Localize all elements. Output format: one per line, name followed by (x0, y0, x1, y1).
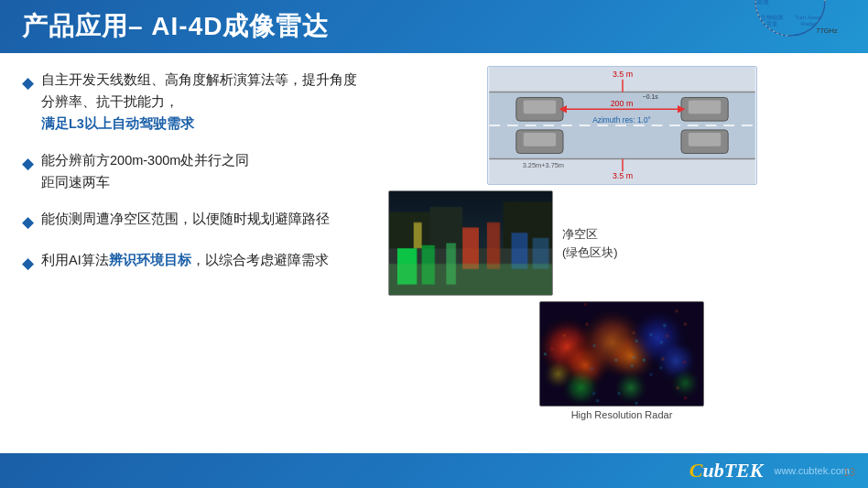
clearance-label: 净空区 (绿色区块) (562, 225, 618, 261)
radar-heatmap-image (539, 301, 704, 407)
svg-text:3.5 m: 3.5 m (612, 70, 632, 79)
radar-canvas (540, 302, 703, 406)
svg-text:生物偵測: 生物偵測 (761, 15, 783, 20)
street-clearance-row: 净空区 (绿色区块) (388, 190, 855, 296)
bullet-item-3: ◆ 能侦测周遭净空区范围，以便随时规划避障路径 (22, 209, 370, 235)
svg-text:3.25m+3.75m: 3.25m+3.75m (522, 161, 563, 169)
svg-rect-30 (523, 100, 555, 114)
website-text: www.cubtek.com (774, 465, 850, 476)
bullet-item-2: ◆ 能分辨前方200m-300m处并行之同距同速两车 (22, 150, 370, 194)
bottom-bar: CubTEK www.cubtek.com (0, 453, 868, 488)
street-canvas (389, 191, 552, 295)
svg-text:雷達: 雷達 (766, 21, 777, 27)
bullet-diamond-1: ◆ (22, 70, 34, 96)
bullet-diamond-4: ◆ (22, 251, 34, 277)
bullet-text-3: 能侦测周遭净空区范围，以便随时规划避障路径 (41, 209, 330, 231)
svg-text:雷達: 雷達 (756, 0, 769, 5)
svg-rect-36 (688, 133, 720, 146)
left-column: ◆ 自主开发天线数组、高角度解析演算法等，提升角度分辨率、抗干扰能力， 满足L3… (0, 62, 385, 453)
svg-text:Turn Assist: Turn Assist (795, 15, 822, 20)
bullet-text-4: 利用AI算法辨识环境目标，以综合考虑避障需求 (41, 250, 329, 272)
bullet-item-4: ◆ 利用AI算法辨识环境目标，以综合考虑避障需求 (22, 250, 370, 277)
bullet-bold-1: 满足L3以上自动驾驶需求 (41, 116, 194, 131)
svg-text:~0.1s: ~0.1s (642, 93, 658, 100)
bullet-item-1: ◆ 自主开发天线数组、高角度解析演算法等，提升角度分辨率、抗干扰能力， 满足L3… (22, 70, 370, 136)
svg-text:77GHz: 77GHz (816, 27, 838, 35)
clearance-line1: 净空区 (562, 227, 598, 241)
slide: 产品应用– AI-4D成像雷达 77GHz MRR SRR 77GHz 高模率7… (0, 0, 868, 488)
bottom-logo: CubTEK www.cubtek.com (689, 459, 850, 483)
bullet-text-2: 能分辨前方200m-300m处并行之同距同速两车 (41, 150, 249, 194)
bullet-diamond-3: ◆ (22, 210, 34, 235)
bullet-diamond-2: ◆ (22, 151, 34, 177)
bullet-bold-4: 辨识环境目标 (109, 253, 191, 267)
car-diagram-image: 3.5 m 3.5 m (487, 66, 757, 185)
logo-c: C (689, 459, 703, 482)
bullet-text-1: 自主开发天线数组、高角度解析演算法等，提升角度分辨率、抗干扰能力， 满足L3以上… (41, 70, 370, 136)
svg-text:3.5 m: 3.5 m (612, 171, 632, 180)
svg-text:Azimuth res: 1.0°: Azimuth res: 1.0° (592, 115, 651, 125)
radar-diagram-svg: 77GHz MRR SRR 77GHz 高模率79GHz 79GHz (開發中)… (699, 0, 859, 51)
svg-text:200 m: 200 m (610, 99, 633, 108)
radar-product-diagram: 77GHz MRR SRR 77GHz 高模率79GHz 79GHz (開發中)… (699, 0, 859, 51)
main-content: ◆ 自主开发天线数组、高角度解析演算法等，提升角度分辨率、抗干扰能力， 满足L3… (0, 53, 868, 453)
car-diagram-svg: 3.5 m 3.5 m (488, 67, 756, 184)
logo-rest: ubTEK (702, 459, 763, 482)
clearance-label-container: 净空区 (绿色区块) (562, 225, 618, 261)
high-res-radar-label: High Resolution Radar (571, 409, 673, 420)
right-column: 3.5 m 3.5 m (385, 62, 868, 453)
svg-rect-32 (523, 133, 555, 146)
page-number: 13 (843, 466, 855, 479)
svg-rect-34 (688, 100, 720, 114)
street-view-image (388, 190, 553, 296)
radar-heatmap-row: High Resolution Radar (388, 301, 855, 420)
radar-image-container: High Resolution Radar (539, 301, 704, 420)
cubtek-logo-bottom: CubTEK (689, 459, 764, 483)
clearance-line2: (绿色区块) (562, 245, 618, 259)
slide-title: 产品应用– AI-4D成像雷达 (22, 9, 329, 44)
car-diagram-row: 3.5 m 3.5 m (388, 66, 855, 185)
